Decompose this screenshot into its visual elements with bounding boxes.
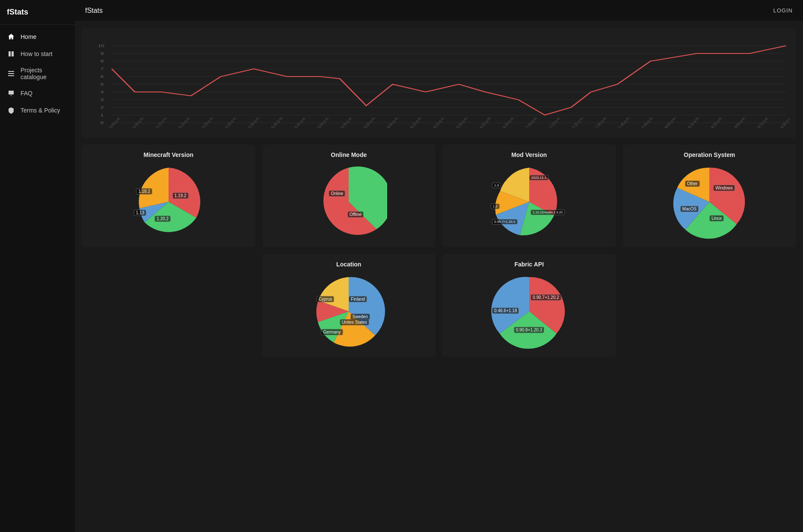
svg-text:6:15 p.m.: 6:15 p.m.	[432, 116, 446, 129]
svg-text:5:40 p.m.: 5:40 p.m.	[270, 116, 284, 129]
topbar-title: fStats	[85, 7, 103, 15]
svg-text:7:45 p.m.: 7:45 p.m.	[640, 116, 655, 129]
operation-system-card: Operation System Windows Linux MacOS Oth…	[623, 145, 797, 247]
svg-rect-1	[8, 73, 14, 74]
svg-text:7:40 p.m.: 7:40 p.m.	[617, 116, 631, 129]
sidebar-item-faq-label: FAQ	[21, 90, 33, 97]
operation-system-title: Operation System	[684, 151, 735, 158]
sidebar-item-home[interactable]: Home	[0, 28, 75, 45]
fabric-api-card: Fabric API 0.90.7+1.20.2 0.90.8+1.20.3 0…	[442, 254, 616, 357]
home-icon	[7, 33, 15, 41]
svg-text:9: 9	[101, 51, 104, 56]
svg-text:5:00 p.m.: 5:00 p.m.	[108, 116, 122, 129]
content-area: 0 1 2 3 4 5 6 7 8 9 10	[75, 21, 803, 532]
chat-icon	[7, 89, 15, 98]
svg-text:1: 1	[101, 113, 104, 117]
mod-version-title: Mod Version	[511, 151, 547, 158]
sidebar-item-projects-catalogue[interactable]: Projects catalogue	[0, 62, 75, 85]
svg-text:0: 0	[101, 121, 104, 125]
online-mode-chart: Online Offline	[310, 163, 387, 240]
svg-rect-2	[8, 75, 14, 76]
list-icon	[7, 69, 15, 78]
sidebar-item-projects-label: Projects catalogue	[21, 67, 68, 80]
svg-text:8: 8	[101, 59, 104, 63]
svg-text:8:15 p.m.: 8:15 p.m.	[687, 116, 701, 129]
empty-cell-2	[623, 254, 797, 357]
sidebar: fStats Home How to start	[0, 0, 75, 532]
shield-icon	[7, 106, 15, 115]
svg-text:7: 7	[101, 67, 104, 71]
svg-text:6:00 p.m.: 6:00 p.m.	[363, 116, 377, 129]
empty-cell-1	[82, 254, 255, 357]
pie-charts-top-row: Minecraft Version 1.19.2	[82, 145, 796, 247]
svg-text:5:45 p.m.: 5:45 p.m.	[293, 116, 308, 129]
svg-text:5:30 p.m.: 5:30 p.m.	[224, 116, 238, 129]
online-mode-title: Online Mode	[331, 151, 367, 158]
svg-text:6:05 p.m.: 6:05 p.m.	[386, 116, 400, 129]
location-title: Location	[336, 261, 361, 268]
minecraft-version-chart: 1.19.2 1.20.2 1.13 1.18.2	[130, 163, 207, 240]
svg-text:6:20 p.m.: 6:20 p.m.	[455, 116, 469, 129]
svg-text:6:25 p.m.: 6:25 p.m.	[478, 116, 492, 129]
svg-text:5:10 p.m.: 5:10 p.m.	[154, 116, 169, 129]
svg-text:6: 6	[101, 74, 104, 79]
book-icon	[7, 50, 15, 58]
svg-text:7:30 p.m.: 7:30 p.m.	[594, 116, 608, 129]
svg-rect-0	[8, 71, 14, 72]
mod-version-card: Mod Version 2023.11.1 1.10.13+kotlin.1.9…	[442, 145, 616, 247]
sidebar-item-terms[interactable]: Terms & Policy	[0, 102, 75, 119]
svg-text:3: 3	[101, 98, 104, 102]
fabric-api-chart: 0.90.7+1.20.2 0.90.8+1.20.3 0.46.6+1.18	[491, 273, 568, 350]
login-button[interactable]: LOGIN	[773, 7, 793, 14]
svg-text:6:30 p.m.: 6:30 p.m.	[501, 116, 516, 129]
location-chart: Unites States Germany Sweden Finland Cyp…	[310, 273, 387, 350]
svg-text:9:15 p.m.: 9:15 p.m.	[756, 116, 770, 129]
online-mode-card: Online Mode Online Offline	[262, 145, 436, 247]
sidebar-item-terms-label: Terms & Policy	[21, 107, 60, 114]
svg-text:9:00 p.m.: 9:00 p.m.	[733, 116, 747, 129]
minecraft-version-title: Minecraft Version	[143, 151, 193, 158]
svg-text:2: 2	[101, 105, 104, 109]
line-chart: 0 1 2 3 4 5 6 7 8 9 10	[89, 35, 789, 129]
operation-system-chart: Windows Linux MacOS Other	[671, 163, 748, 240]
svg-text:5:05 p.m.: 5:05 p.m.	[131, 116, 145, 129]
svg-text:10: 10	[98, 44, 105, 48]
svg-text:7:10 p.m.: 7:10 p.m.	[548, 116, 562, 129]
svg-text:6:10 p.m.: 6:10 p.m.	[409, 116, 423, 129]
svg-text:5:25 p.m.: 5:25 p.m.	[201, 116, 215, 129]
svg-text:5:35 p.m.: 5:35 p.m.	[247, 116, 261, 129]
location-card: Location Unites States Germany Sweden Fi…	[262, 254, 436, 357]
svg-text:9:30 p.m.: 9:30 p.m.	[779, 116, 789, 129]
minecraft-version-card: Minecraft Version 1.19.2	[82, 145, 255, 247]
svg-text:8:35 p.m.: 8:35 p.m.	[710, 116, 724, 129]
svg-text:7:20 p.m.: 7:20 p.m.	[571, 116, 585, 129]
mod-version-chart: 2023.11.1 1.10.13+kotlin.1.9.20 0.90.7+1…	[491, 163, 568, 240]
sidebar-item-how-to-start-label: How to start	[21, 50, 53, 57]
line-chart-container: 0 1 2 3 4 5 6 7 8 9 10	[82, 28, 796, 138]
svg-text:5:15 p.m.: 5:15 p.m.	[178, 116, 192, 129]
sidebar-item-faq[interactable]: FAQ	[0, 85, 75, 102]
svg-text:4: 4	[101, 90, 104, 94]
main-panel: fStats LOGIN 0 1 2 3 4 5 6 7 8 9 10	[75, 0, 803, 532]
svg-text:8:00 p.m.: 8:00 p.m.	[664, 116, 678, 129]
sidebar-item-home-label: Home	[21, 33, 36, 40]
svg-text:5:50 p.m.: 5:50 p.m.	[317, 116, 331, 129]
svg-text:7:00 p.m.: 7:00 p.m.	[524, 116, 539, 129]
topbar: fStats LOGIN	[75, 0, 803, 21]
pie-charts-bottom-row: Location Unites States Germany Sweden Fi…	[82, 254, 796, 357]
svg-text:5: 5	[101, 82, 104, 86]
sidebar-logo: fStats	[0, 0, 75, 25]
svg-text:5:55 p.m.: 5:55 p.m.	[340, 116, 354, 129]
sidebar-item-how-to-start[interactable]: How to start	[0, 45, 75, 62]
fabric-api-title: Fabric API	[514, 261, 544, 268]
sidebar-nav: Home How to start Projects catalogue	[0, 25, 75, 122]
